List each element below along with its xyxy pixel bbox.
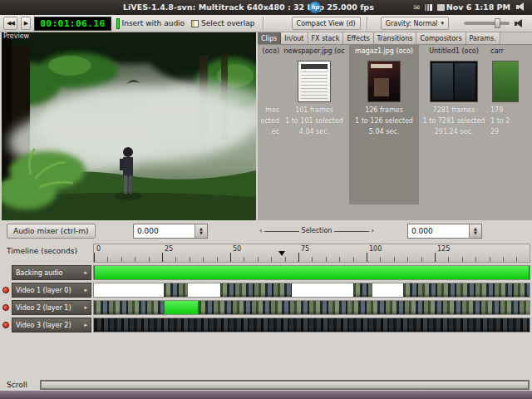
timeline-clip-block[interactable] [94, 301, 164, 314]
track-label[interactable]: Video 2 (layer 1)▸ [12, 300, 91, 315]
timeline-label: Timeline (seconds) [7, 247, 77, 255]
preview-label: Preview [3, 32, 29, 40]
lives-window: ◀◀ ▶ 00:01:06.16 Insert with audio Selec… [0, 15, 532, 391]
clip-selected-range: 1 to 126 selected [349, 117, 419, 128]
preview-area: Preview [2, 32, 256, 220]
rewind-button[interactable]: ◀◀ [3, 17, 17, 30]
clips-list: (oco)mesectedec.newspaper.jpg (oc101 fra… [258, 45, 532, 204]
audio-mixer-button[interactable]: Audio mixer (ctrl-m) [7, 224, 96, 239]
expander-icon[interactable]: ▸ [84, 322, 87, 328]
timeline-clip-block[interactable] [94, 318, 530, 332]
playhead-marker[interactable] [278, 251, 285, 256]
spinner-arrows-icon[interactable]: ▲▼ [469, 224, 481, 238]
expander-icon[interactable]: ▸ [84, 304, 87, 311]
timeline-clip-block[interactable] [164, 301, 199, 314]
track-label[interactable]: Video 1 (layer 0)▸ [12, 283, 91, 298]
desktop: LiVES-1.4.8-svn: Multitrack 532x399 : 32… [0, 0, 532, 399]
clip-duration: ec. [258, 128, 279, 139]
tab-in-out[interactable]: In/out [281, 32, 308, 44]
track-name: Backing audio [16, 269, 63, 277]
volume-slider-handle[interactable] [495, 18, 500, 28]
play-button[interactable]: ▶ [21, 17, 31, 30]
clip-thumbnail [492, 61, 519, 102]
expander-icon[interactable]: ▸ [84, 269, 87, 276]
select-overlap-button[interactable]: Select overlap [190, 19, 256, 27]
timeline-clip-block[interactable] [403, 283, 530, 297]
preview-video-frame [2, 32, 256, 220]
speaker-icon[interactable] [515, 19, 525, 28]
expander-icon[interactable]: ▸ [84, 287, 87, 293]
track-label[interactable]: Video 3 (layer 2)▸ [12, 318, 91, 332]
clip-item[interactable]: newspaper.jpg (oc101 frames1 to 101 sele… [279, 45, 349, 204]
ruler-minor-ticks [94, 257, 530, 262]
track-content[interactable] [93, 318, 530, 332]
tick-label: 0 [96, 245, 101, 253]
track-row-3: Video 3 (layer 2)▸ [0, 318, 532, 332]
tab-transitions[interactable]: Transitions [374, 32, 417, 44]
clip-item[interactable]: Untitled1 (oco)7281 frames1 to 7281 sele… [419, 45, 489, 204]
selection-left-arrow-icon[interactable]: ‹ [258, 227, 264, 234]
tab-clips[interactable]: Clips [258, 32, 281, 44]
track-content[interactable] [93, 283, 530, 298]
tick-mark [94, 253, 95, 262]
timeline-clip-block[interactable] [199, 301, 530, 314]
tick-label: 100 [369, 245, 382, 253]
track-content[interactable] [93, 300, 530, 315]
tab-fx-stack[interactable]: FX stack [308, 32, 344, 44]
hp-logo: hp [309, 2, 321, 13]
clip-frames: 101 frames [279, 106, 349, 117]
clip-item[interactable]: carr1791 to 229 [489, 45, 519, 204]
selection-end-spinbox[interactable]: 0.000 ▲▼ [407, 224, 482, 239]
toolbar-separator [263, 17, 264, 30]
clip-name: carr [489, 47, 519, 57]
clip-name: magaz1.jpg (oco) [349, 47, 419, 57]
clip-name: newspaper.jpg (oc [279, 47, 349, 57]
clip-duration: 5.04 sec. [349, 128, 419, 139]
scroll-row: Scroll [0, 379, 532, 391]
record-dot-icon[interactable] [2, 322, 9, 328]
clip-selected-range: 1 to 2 [489, 117, 519, 128]
status-indicators[interactable]: ✉ [413, 3, 445, 12]
clip-duration: 4.04 sec. [279, 128, 349, 139]
selection-widget[interactable]: ‹ Selection › [258, 227, 376, 234]
tab-params-[interactable]: Params. [466, 32, 500, 44]
selection-right-arrow-icon[interactable]: › [369, 227, 376, 234]
network-icon[interactable] [425, 4, 432, 11]
battery-icon[interactable] [437, 4, 445, 11]
track-name: Video 1 (layer 0) [16, 287, 71, 294]
timeline-ruler[interactable]: 0255075100125 [93, 244, 530, 263]
clip-thumbnail [298, 61, 331, 102]
clip-item[interactable]: (oco)mesectedec. [258, 45, 279, 204]
scrollbar-handle[interactable] [41, 381, 529, 389]
track-label[interactable]: Backing audio▸ [12, 265, 91, 280]
track-row-1: Video 1 (layer 0)▸ [0, 283, 532, 298]
tab-effects[interactable]: Effects [343, 32, 373, 44]
record-dot-icon[interactable] [2, 287, 9, 293]
timeline-clip-block[interactable] [353, 283, 373, 297]
track-content[interactable] [93, 265, 530, 280]
tick-mark [367, 253, 367, 262]
selection-line [334, 231, 369, 232]
volume-icon[interactable] [516, 2, 527, 12]
spin-value: 0.000 [134, 224, 195, 238]
tab-compositors[interactable]: Compositors [416, 32, 466, 44]
spinner-arrows-icon[interactable]: ▲▼ [195, 224, 207, 238]
selection-start-spinbox[interactable]: 0.000 ▲▼ [133, 224, 208, 239]
selection-line [264, 231, 299, 232]
insert-with-audio-label: Insert with audio [122, 19, 185, 27]
compact-view-button[interactable]: Compact View (d) [292, 17, 361, 30]
record-dot-icon[interactable] [2, 304, 9, 311]
mail-icon[interactable]: ✉ [413, 3, 420, 12]
timeline-clip-block[interactable] [94, 266, 530, 279]
insert-with-audio-button[interactable]: Insert with audio [115, 18, 187, 29]
horizontal-scrollbar[interactable] [40, 380, 530, 390]
clip-thumbnail [367, 61, 401, 102]
select-overlap-label: Select overlap [201, 19, 254, 27]
clip-item[interactable]: magaz1.jpg (oco)126 frames1 to 126 selec… [349, 45, 419, 204]
clip-selected-range: 1 to 101 selected [279, 117, 349, 128]
volume-slider[interactable] [464, 22, 510, 25]
timeline-clip-block[interactable] [220, 283, 292, 297]
gravity-dropdown[interactable]: Gravity: Normal ▾ [381, 17, 449, 30]
clock[interactable]: Nov 6 1:18 PM [446, 2, 510, 12]
timeline-clip-block[interactable] [164, 283, 188, 297]
